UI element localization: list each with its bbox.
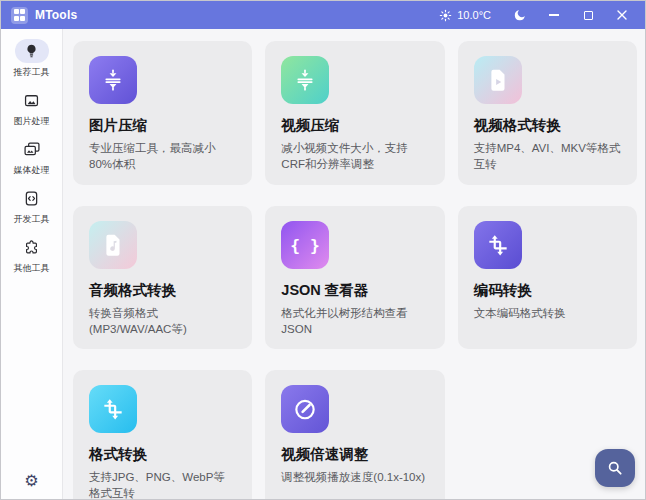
tool-description: 调整视频播放速度(0.1x-10x) (281, 470, 428, 486)
app-logo-icon (11, 7, 28, 24)
media-icon (15, 137, 49, 161)
tool-description: 格式化并以树形结构查看 JSON (281, 306, 428, 338)
settings-button[interactable]: ⚙ (24, 473, 38, 489)
sidebar-item-label: 开发工具 (14, 213, 50, 226)
sidebar-item-image-processing[interactable]: 图片处理 (1, 88, 62, 128)
tool-title: 图片压缩 (89, 116, 236, 135)
tool-description: 支持JPG、PNG、WebP等格式互转 (89, 470, 236, 499)
sidebar-item-label: 媒体处理 (14, 164, 50, 177)
tool-card-json-viewer[interactable]: { } JSON 查看器 格式化并以树形结构查看 JSON (265, 206, 444, 350)
tool-description: 文本编码格式转换 (474, 306, 621, 322)
image-icon (15, 88, 49, 112)
temperature-label: 10.0°C (457, 9, 491, 21)
search-icon (605, 458, 625, 478)
crop-arrows-icon (89, 385, 137, 433)
sidebar-item-other-tools[interactable]: 其他工具 (1, 235, 62, 275)
minimize-button[interactable] (539, 3, 569, 27)
braces-icon: { } (281, 221, 329, 269)
app-window: MTools 10.0°C (0, 0, 646, 500)
moon-icon (513, 8, 527, 22)
tool-card-video-compression[interactable]: 视频压缩 减小视频文件大小，支持CRF和分辨率调整 (265, 41, 444, 185)
titlebar: MTools 10.0°C (1, 1, 645, 29)
puzzle-icon (15, 235, 49, 259)
theme-toggle-button[interactable] (505, 3, 535, 27)
sidebar-item-dev-tools[interactable]: 开发工具 (1, 186, 62, 226)
tool-title: 视频格式转换 (474, 116, 621, 135)
sidebar-item-recommended[interactable]: 推荐工具 (1, 39, 62, 79)
tool-title: 编码转换 (474, 281, 621, 300)
close-icon (616, 9, 628, 21)
dev-tools-icon (15, 186, 49, 210)
tool-card-format-conversion[interactable]: 格式转换 支持JPG、PNG、WebP等格式互转 (73, 370, 252, 499)
maximize-button[interactable] (573, 3, 603, 27)
compress-icon (281, 56, 329, 104)
close-button[interactable] (607, 3, 637, 27)
sidebar-item-label: 其他工具 (14, 262, 50, 275)
crop-arrows-icon (474, 221, 522, 269)
tool-title: JSON 查看器 (281, 281, 428, 300)
speedometer-icon (281, 385, 329, 433)
sidebar: 推荐工具 图片处理 (1, 29, 63, 499)
tool-title: 音频格式转换 (89, 281, 236, 300)
sidebar-item-media-processing[interactable]: 媒体处理 (1, 137, 62, 177)
tool-card-encoding-conversion[interactable]: 编码转换 文本编码格式转换 (458, 206, 637, 350)
sidebar-item-label: 图片处理 (14, 115, 50, 128)
tool-description: 支持MP4、AVI、MKV等格式互转 (474, 141, 621, 173)
tool-title: 视频倍速调整 (281, 445, 428, 464)
video-file-icon (474, 56, 522, 104)
maximize-icon (584, 11, 593, 20)
compress-icon (89, 56, 137, 104)
tool-description: 专业压缩工具，最高减小80%体积 (89, 141, 236, 173)
main-content: 图片压缩 专业压缩工具，最高减小80%体积 (63, 29, 645, 499)
search-button[interactable] (595, 449, 635, 487)
sidebar-item-label: 推荐工具 (14, 66, 50, 79)
tool-card-image-compression[interactable]: 图片压缩 专业压缩工具，最高减小80%体积 (73, 41, 252, 185)
audio-file-icon (89, 221, 137, 269)
lightbulb-icon (15, 39, 49, 63)
tool-card-video-speed[interactable]: 视频倍速调整 调整视频播放速度(0.1x-10x) (265, 370, 444, 499)
tool-card-video-format-conversion[interactable]: 视频格式转换 支持MP4、AVI、MKV等格式互转 (458, 41, 637, 185)
tool-grid: 图片压缩 专业压缩工具，最高减小80%体积 (73, 41, 637, 499)
tool-title: 格式转换 (89, 445, 236, 464)
tool-card-audio-format-conversion[interactable]: 音频格式转换 转换音频格式(MP3/WAV/AAC等) (73, 206, 252, 350)
weather-widget: 10.0°C (438, 8, 491, 23)
tool-title: 视频压缩 (281, 116, 428, 135)
minimize-icon (549, 14, 559, 16)
tool-description: 转换音频格式(MP3/WAV/AAC等) (89, 306, 236, 338)
tool-description: 减小视频文件大小，支持CRF和分辨率调整 (281, 141, 428, 173)
svg-text:{ }: { } (291, 235, 320, 254)
app-title: MTools (35, 8, 77, 22)
sun-icon (438, 8, 453, 23)
gear-icon: ⚙ (24, 472, 38, 489)
